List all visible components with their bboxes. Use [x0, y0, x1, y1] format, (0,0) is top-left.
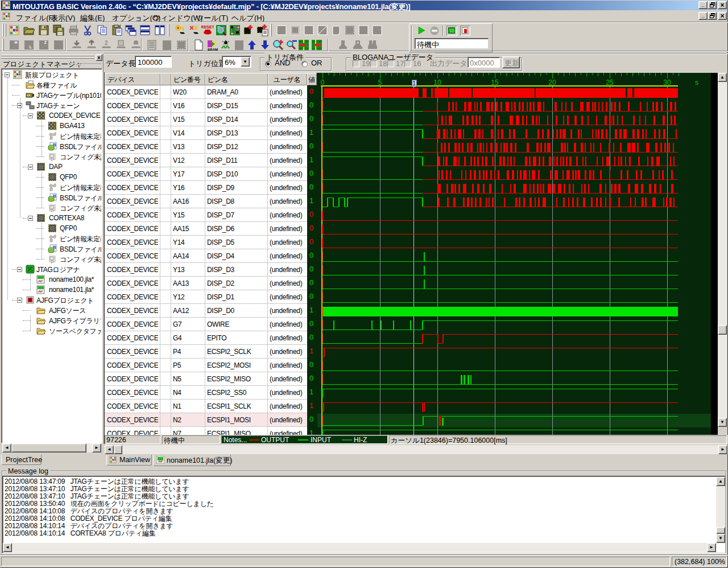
svg-text:30: 30	[663, 79, 671, 87]
svg-text:2: 2	[105, 40, 108, 46]
svg-text:Z: Z	[44, 40, 47, 44]
svg-text:s: s	[695, 79, 698, 87]
svg-text:25: 25	[606, 79, 614, 87]
svg-text:20: 20	[548, 79, 556, 87]
svg-text:15: 15	[491, 79, 499, 87]
svg-text:10: 10	[433, 79, 441, 87]
svg-text:RESET: RESET	[201, 25, 214, 29]
svg-text:1: 1	[412, 80, 416, 87]
svg-text:BRAM: BRAM	[208, 48, 218, 51]
svg-text:0: 0	[321, 79, 325, 87]
svg-text:L: L	[30, 45, 32, 49]
svg-text:H: H	[14, 40, 17, 44]
svg-text:5: 5	[378, 79, 382, 87]
